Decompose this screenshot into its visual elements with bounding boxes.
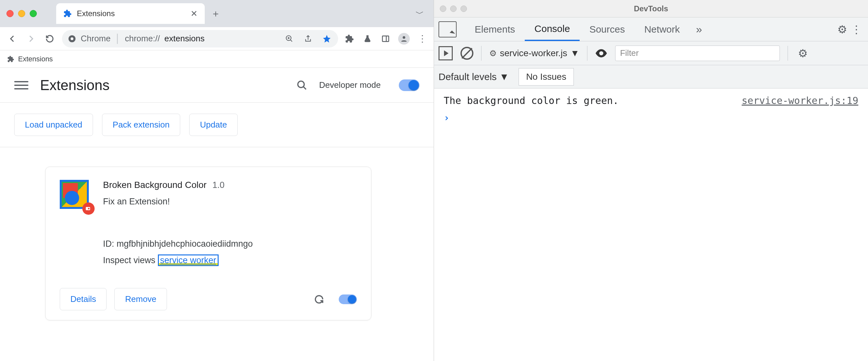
settings-gear-icon[interactable]: ⚙ (835, 22, 849, 36)
developer-mode-label: Developer mode (319, 80, 381, 90)
extension-puzzle-icon (63, 9, 72, 18)
developer-mode-toggle[interactable] (399, 80, 420, 91)
minimize-window-button[interactable] (18, 10, 25, 17)
inspect-views-label: Inspect views (103, 255, 158, 265)
console-settings-icon[interactable]: ⚙ (796, 46, 810, 60)
gear-icon (489, 48, 497, 58)
devtools-tab-bar: Elements Console Sources Network » ⚙ ⋮ (434, 18, 868, 41)
inspect-views-row: Inspect views service worker (103, 255, 357, 265)
chrome-menu-icon[interactable]: ⋮ (417, 33, 428, 44)
extensions-list: Broken Background Color 1.0 Fix an Exten… (0, 147, 434, 340)
tab-sources[interactable]: Sources (580, 18, 634, 41)
log-levels-selector[interactable]: Default levels ▼ (438, 71, 509, 82)
omnibox-url-bold: extensions (164, 34, 205, 43)
inspect-element-icon[interactable] (438, 21, 457, 37)
console-toolbar-2: Default levels ▼ No Issues (434, 65, 868, 88)
console-prompt[interactable]: › (440, 108, 862, 127)
svg-point-1 (71, 37, 73, 40)
context-label: service-worker.js (500, 48, 567, 58)
update-button[interactable]: Update (189, 114, 238, 136)
pack-extension-button[interactable]: Pack extension (102, 114, 180, 136)
extensions-toolbar-icon[interactable] (344, 33, 355, 44)
close-window-button[interactable] (6, 10, 13, 17)
tabs-dropdown-button[interactable]: ﹀ (415, 8, 427, 19)
devtools-window: DevTools Elements Console Sources Networ… (434, 0, 868, 361)
remove-button[interactable]: Remove (114, 288, 167, 310)
extensions-header: Extensions Developer mode (0, 68, 434, 103)
extension-version: 1.0 (213, 180, 225, 190)
levels-label: Default levels (438, 71, 497, 82)
tab-network[interactable]: Network (634, 18, 689, 41)
console-output: The background color is green. service-w… (434, 88, 868, 361)
omnibox-prefix: Chrome (81, 34, 111, 43)
dropdown-triangle-icon: ▼ (499, 71, 509, 82)
extension-puzzle-icon (7, 56, 14, 63)
tab-console[interactable]: Console (525, 18, 580, 41)
maximize-window-button[interactable] (30, 10, 37, 17)
log-source-link[interactable]: service-worker.js:19 (742, 95, 858, 106)
close-tab-button[interactable]: ✕ (190, 9, 197, 19)
omnibox-separator: │ (115, 34, 120, 43)
dropdown-triangle-icon: ▼ (570, 48, 579, 58)
extension-enable-toggle[interactable] (339, 295, 357, 304)
chrome-window: Extensions ✕ ＋ ﹀ Chrome │ chrome://exten… (0, 0, 434, 361)
minimize-window-button[interactable] (450, 5, 457, 12)
extension-card: Broken Background Color 1.0 Fix an Exten… (45, 167, 371, 320)
side-panel-icon[interactable] (380, 33, 391, 44)
clear-console-icon[interactable] (461, 47, 473, 60)
extension-name: Broken Background Color (103, 180, 207, 190)
browser-tab[interactable]: Extensions ✕ (56, 3, 205, 24)
forward-button[interactable] (25, 32, 37, 45)
search-icon[interactable] (297, 80, 307, 91)
details-button[interactable]: Details (60, 288, 106, 310)
reload-extension-icon[interactable] (314, 294, 324, 305)
bookmark-item[interactable]: Extensions (18, 55, 53, 63)
address-bar[interactable]: Chrome │ chrome://extensions (62, 30, 338, 48)
extension-id: ID: mgfbhjnibhjdehcphiocaoiediidmngo (103, 239, 357, 249)
tab-elements[interactable]: Elements (465, 18, 525, 41)
devtools-menu-icon[interactable]: ⋮ (849, 22, 864, 36)
load-unpacked-button[interactable]: Load unpacked (14, 114, 93, 136)
svg-point-7 (88, 208, 89, 210)
svg-point-5 (298, 81, 304, 88)
svg-rect-3 (382, 36, 389, 41)
tab-title: Extensions (77, 9, 115, 18)
window-controls (440, 5, 467, 12)
labs-icon[interactable] (362, 33, 373, 44)
new-tab-button[interactable]: ＋ (208, 6, 223, 21)
log-message: The background color is green. (444, 95, 619, 106)
error-badge-icon (82, 203, 95, 215)
extension-description: Fix an Extension! (103, 197, 357, 207)
window-controls (6, 10, 37, 17)
execution-context-icon[interactable] (438, 46, 453, 60)
more-tabs-icon[interactable]: » (689, 23, 709, 35)
chrome-logo-icon (68, 35, 76, 43)
tab-strip: Extensions ✕ ＋ ﹀ (0, 0, 434, 27)
back-button[interactable] (6, 32, 19, 45)
profile-avatar[interactable] (398, 33, 410, 44)
live-expression-icon[interactable] (595, 49, 608, 58)
bookmark-star-icon[interactable] (321, 33, 332, 44)
share-icon[interactable] (303, 33, 314, 44)
filter-placeholder: Filter (620, 48, 639, 58)
omnibox-actions (284, 33, 332, 44)
console-toolbar: service-worker.js ▼ Filter ⚙ (434, 41, 868, 65)
svg-point-4 (403, 36, 405, 39)
page-title: Extensions (40, 77, 110, 93)
menu-icon[interactable] (14, 78, 28, 92)
issues-button[interactable]: No Issues (519, 68, 574, 86)
filter-input[interactable]: Filter (615, 46, 780, 61)
reload-button[interactable] (43, 32, 56, 45)
maximize-window-button[interactable] (461, 5, 467, 12)
zoom-icon[interactable] (284, 33, 295, 44)
extension-app-icon (60, 180, 92, 212)
omnibox-url-plain: chrome:// (125, 34, 160, 43)
browser-toolbar: Chrome │ chrome://extensions ⋮ (0, 27, 434, 50)
service-worker-link[interactable]: service worker (158, 254, 219, 266)
bookmark-bar: Extensions (0, 50, 434, 68)
devtools-titlebar: DevTools (434, 0, 868, 18)
close-window-button[interactable] (440, 5, 446, 12)
context-selector[interactable]: service-worker.js ▼ (489, 48, 579, 58)
toolbar-right: ⋮ (344, 33, 428, 44)
log-entry: The background color is green. service-w… (440, 93, 862, 108)
